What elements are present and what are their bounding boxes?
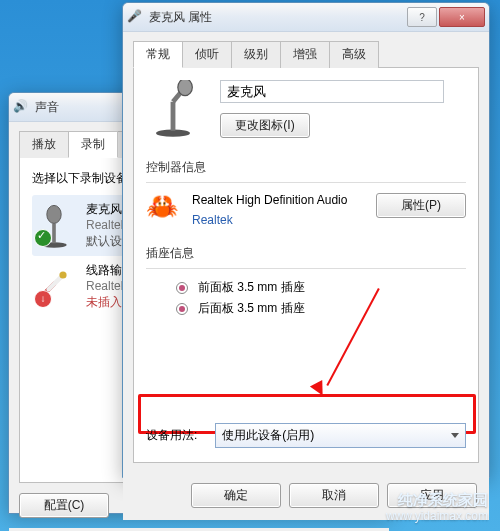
jack-label: 插座信息: [146, 245, 466, 262]
controller-vendor: Realtek: [192, 213, 362, 227]
unplugged-icon: [34, 290, 52, 308]
tab-playback[interactable]: 播放: [19, 131, 69, 158]
separator: [146, 182, 466, 183]
watermark-url: www.yidaimax.com: [386, 509, 488, 525]
tab-advanced[interactable]: 高级: [329, 41, 379, 68]
controller-name: Realtek High Definition Audio: [192, 193, 362, 207]
watermark-title: 纯净系统家园: [386, 490, 488, 510]
device-usage-dropdown[interactable]: 使用此设备(启用): [215, 423, 466, 448]
prop-titlebar[interactable]: 🎤 麦克风 属性 ? ×: [123, 3, 489, 32]
prop-tabs: 常规 侦听 级别 增强 高级: [133, 40, 479, 68]
tab-general[interactable]: 常规: [133, 41, 183, 68]
controller-label: 控制器信息: [146, 159, 466, 176]
tab-enhance[interactable]: 增强: [280, 41, 330, 68]
help-button[interactable]: ?: [407, 7, 437, 27]
usage-value: 使用此设备(启用): [222, 427, 314, 444]
microphone-icon: [36, 205, 76, 245]
close-button[interactable]: ×: [439, 7, 485, 27]
device-name-input[interactable]: [220, 80, 444, 103]
svg-rect-6: [171, 102, 176, 131]
separator: [146, 268, 466, 269]
change-icon-button[interactable]: 更改图标(I): [220, 113, 310, 138]
mic-properties-window: 🎤 麦克风 属性 ? × 常规 侦听 级别 增强 高级 更改图标(I): [122, 2, 490, 478]
controller-properties-button[interactable]: 属性(P): [376, 193, 466, 218]
jack-text: 后面板 3.5 mm 插座: [198, 300, 305, 317]
configure-button[interactable]: 配置(C): [19, 493, 109, 518]
realtek-crab-icon: 🦀: [146, 193, 178, 219]
tab-listen[interactable]: 侦听: [182, 41, 232, 68]
ok-button[interactable]: 确定: [191, 483, 281, 508]
jack-bullet-icon: [176, 282, 188, 294]
jack-bullet-icon: [176, 303, 188, 315]
cancel-button[interactable]: 取消: [289, 483, 379, 508]
speaker-icon: 🔊: [13, 99, 29, 115]
chevron-down-icon: [451, 433, 459, 442]
tab-levels[interactable]: 级别: [231, 41, 281, 68]
tab-recording[interactable]: 录制: [68, 131, 118, 158]
prop-body: 常规 侦听 级别 增强 高级 更改图标(I) 控制器信息 🦀 Real: [123, 32, 489, 473]
jack-front: 前面板 3.5 mm 插座: [176, 279, 466, 296]
jack-text: 前面板 3.5 mm 插座: [198, 279, 305, 296]
svg-point-7: [178, 80, 193, 96]
jack-rear: 后面板 3.5 mm 插座: [176, 300, 466, 317]
general-panel: 更改图标(I) 控制器信息 🦀 Realtek High Definition …: [133, 68, 479, 463]
usage-label: 设备用法:: [146, 427, 197, 444]
cable-icon: [36, 266, 76, 306]
watermark: 纯净系统家园 www.yidaimax.com: [386, 490, 488, 525]
prop-title: 麦克风 属性: [149, 9, 407, 26]
window-buttons: ? ×: [407, 7, 485, 27]
microphone-icon: 🎤: [127, 9, 143, 25]
device-large-icon: [146, 80, 200, 141]
svg-rect-1: [52, 224, 56, 244]
svg-point-4: [59, 271, 66, 278]
